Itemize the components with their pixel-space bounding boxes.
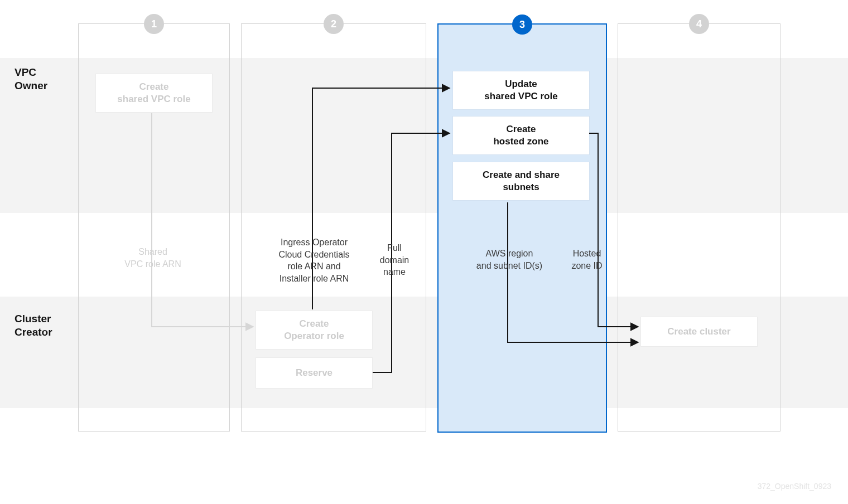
flow-label-shared-vpc-role-arn: Shared VPC role ARN	[119, 246, 186, 270]
diagram-canvas: VPC Owner Cluster Creator 1 2 3 4 Create…	[0, 0, 848, 504]
flow-label-ingress-operator: Ingress Operator Cloud Credentials role …	[267, 236, 362, 284]
flow-label-hosted-zone-id: Hosted zone ID	[565, 248, 609, 272]
flow-label-full-domain-name: Full domain name	[375, 242, 414, 278]
flow-label-aws-region-subnets: AWS region and subnet ID(s)	[468, 248, 551, 272]
watermark: 372_OpenShift_0923	[758, 482, 831, 491]
